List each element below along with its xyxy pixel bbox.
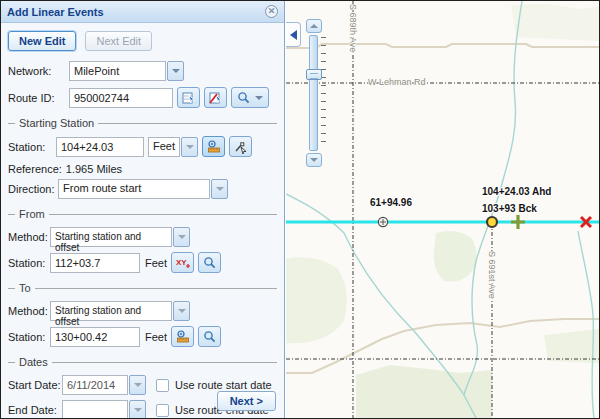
svg-text:XY: XY bbox=[176, 258, 187, 267]
to-station-locate-button[interactable] bbox=[171, 326, 194, 347]
from-legend: From bbox=[8, 208, 277, 220]
end-date-picker[interactable] bbox=[62, 400, 146, 419]
chevron-down-icon bbox=[216, 187, 224, 191]
route-id-input[interactable] bbox=[69, 88, 173, 108]
network-dropdown-button[interactable] bbox=[167, 61, 184, 81]
zoom-slider-handle[interactable] bbox=[306, 69, 322, 80]
network-value-input[interactable] bbox=[69, 61, 166, 81]
edit-buttons-row: New Edit Next Edit bbox=[8, 31, 277, 51]
from-units-label: Feet bbox=[145, 257, 167, 269]
zoom-in-button[interactable] bbox=[306, 19, 322, 33]
from-station-input[interactable] bbox=[50, 253, 140, 273]
legend-text: To bbox=[15, 282, 35, 294]
network-row: Network: bbox=[8, 61, 277, 81]
starting-station-input[interactable] bbox=[56, 137, 144, 157]
route-id-label: Route ID: bbox=[8, 92, 69, 104]
field-polygon bbox=[511, 4, 599, 41]
legend-line bbox=[8, 214, 15, 215]
end-date-input[interactable] bbox=[62, 400, 128, 419]
reference-label: Reference: bbox=[8, 163, 62, 175]
dates-legend: Dates bbox=[8, 356, 277, 368]
field-polygon bbox=[286, 257, 347, 343]
station-label: Station: bbox=[8, 257, 50, 269]
zoom-tools-dropdown-button[interactable] bbox=[231, 87, 269, 108]
use-route-end-date-checkbox[interactable] bbox=[156, 404, 169, 417]
reference-value: 1.965 Miles bbox=[66, 163, 122, 175]
direction-combobox[interactable]: From route start bbox=[58, 179, 228, 199]
select-route-on-map-button[interactable] bbox=[177, 87, 200, 108]
from-method-value[interactable]: Starting station and offset bbox=[50, 227, 172, 247]
clear-route-selection-button[interactable] bbox=[204, 87, 227, 108]
next-button[interactable]: Next > bbox=[217, 391, 276, 411]
direction-label: Direction: bbox=[8, 183, 58, 195]
minor-road bbox=[286, 44, 599, 48]
chevron-down-icon bbox=[186, 145, 194, 149]
chevron-down-icon bbox=[310, 158, 318, 162]
legend-line bbox=[98, 123, 277, 124]
street-label-south-ave: S 691st Ave bbox=[487, 251, 497, 299]
map-cursor-clear-icon bbox=[209, 91, 223, 105]
network-label: Network: bbox=[8, 65, 69, 77]
station-circle-marker bbox=[378, 217, 387, 226]
chevron-down-icon bbox=[178, 309, 186, 313]
direction-dropdown-button[interactable] bbox=[211, 179, 228, 199]
xy-coordinates-icon: XY bbox=[175, 256, 190, 270]
from-zoom-button[interactable] bbox=[198, 252, 221, 273]
legend-line bbox=[52, 362, 277, 363]
zoom-slider-track[interactable] bbox=[309, 35, 318, 151]
method-label: Method: bbox=[8, 231, 50, 243]
ruler-point-icon bbox=[176, 330, 190, 343]
units-value[interactable]: Feet bbox=[148, 137, 180, 157]
to-method-dropdown-button[interactable] bbox=[173, 301, 190, 321]
network-combobox[interactable] bbox=[69, 61, 184, 81]
pick-station-on-map-button[interactable] bbox=[229, 136, 252, 157]
to-method-value[interactable]: Starting station and offset bbox=[50, 301, 172, 321]
measure-label-ahead: 104+24.03 Ahd bbox=[482, 186, 551, 197]
street-label-lehman: W Lehman Rd bbox=[368, 77, 426, 87]
station-locate-button[interactable] bbox=[202, 136, 225, 157]
end-date-dropdown-button[interactable] bbox=[129, 400, 146, 419]
from-method-combobox[interactable]: Starting station and offset bbox=[50, 227, 190, 247]
map-viewport[interactable]: W Lehman Rd S 689th Ave S 691st Ave 61+9… bbox=[286, 1, 599, 418]
chevron-up-icon bbox=[310, 24, 318, 28]
end-date-label: End Date: bbox=[8, 404, 62, 416]
next-edit-button[interactable]: Next Edit bbox=[85, 31, 152, 51]
panel-body: New Edit Next Edit Network: Route ID: bbox=[1, 23, 284, 418]
to-station-input[interactable] bbox=[50, 327, 140, 347]
units-dropdown-button[interactable] bbox=[181, 137, 198, 157]
close-icon[interactable]: ✕ bbox=[265, 5, 278, 18]
legend-line bbox=[8, 288, 15, 289]
chevron-left-icon bbox=[290, 30, 297, 40]
to-method-row: Method: Starting station and offset bbox=[8, 301, 277, 321]
direction-value[interactable]: From route start bbox=[58, 179, 210, 199]
start-date-picker[interactable] bbox=[62, 375, 146, 395]
units-combobox[interactable]: Feet bbox=[148, 137, 198, 157]
from-xy-button[interactable]: XY bbox=[171, 252, 194, 273]
legend-line bbox=[49, 214, 277, 215]
starting-station-legend: Starting Station bbox=[8, 117, 277, 129]
collapse-panel-button[interactable] bbox=[286, 22, 301, 47]
start-date-dropdown-button[interactable] bbox=[129, 375, 146, 395]
new-edit-button[interactable]: New Edit bbox=[8, 31, 76, 51]
legend-line bbox=[8, 123, 15, 124]
to-method-combobox[interactable]: Starting station and offset bbox=[50, 301, 190, 321]
legend-text: Starting Station bbox=[15, 117, 98, 129]
from-method-row: Method: Starting station and offset bbox=[8, 227, 277, 247]
start-date-input[interactable] bbox=[62, 375, 128, 395]
chevron-down-icon bbox=[172, 69, 180, 73]
station-label: Station: bbox=[8, 141, 56, 153]
zoom-out-button[interactable] bbox=[306, 153, 322, 167]
zoom-slider-ticks bbox=[321, 37, 326, 149]
from-method-dropdown-button[interactable] bbox=[173, 227, 190, 247]
map-canvas[interactable] bbox=[286, 1, 599, 418]
legend-line bbox=[8, 362, 15, 363]
select-line-cursor-icon bbox=[234, 140, 248, 154]
to-zoom-button[interactable] bbox=[198, 326, 221, 347]
to-station-row: Station: Feet bbox=[8, 326, 277, 347]
panel-header: Add Linear Events ✕ bbox=[1, 1, 284, 23]
legend-text: From bbox=[15, 208, 49, 220]
ruler-point-icon bbox=[207, 140, 221, 153]
legend-text: Dates bbox=[15, 356, 52, 368]
use-route-start-date-checkbox[interactable] bbox=[156, 379, 169, 392]
plus-marker bbox=[511, 215, 525, 229]
